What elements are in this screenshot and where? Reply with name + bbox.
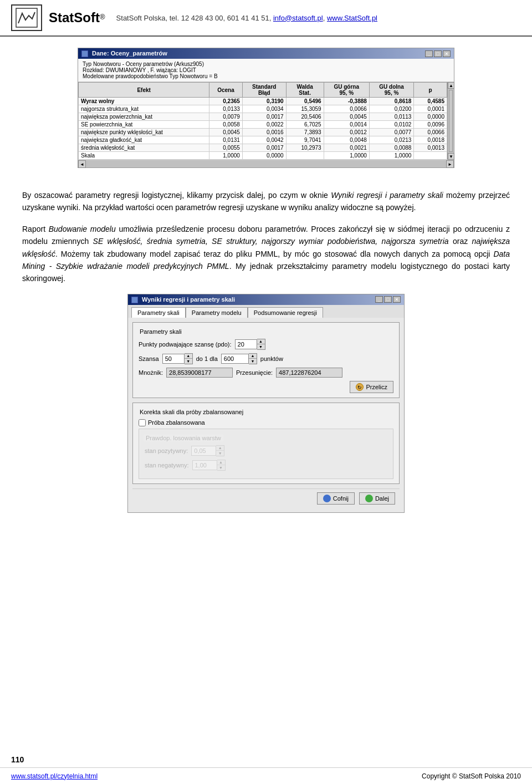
szansa-spin-arrows[interactable]: ▲ ▼ — [185, 353, 193, 364]
szansa-input[interactable] — [162, 354, 185, 364]
mnoznik-row: Mnożnik: 28,8539008177 Przesunięcie: 487… — [139, 368, 393, 378]
do1dla-input[interactable] — [221, 354, 249, 364]
row3-walda: 20,5406 — [286, 113, 324, 121]
dialog1-title-icon: Dane: Oceny_parametrów — [81, 50, 167, 57]
footer-link[interactable]: www.statsoft.pl/czytelnia.html — [11, 772, 98, 780]
row-wyraz-wolny-ocena: 0,2365 — [209, 98, 243, 105]
dialog1-info-line1: Typ Nowotworu - Oceny parametrów (Arkusz… — [83, 61, 449, 67]
row4-gu-gorna: 0,0014 — [324, 121, 369, 129]
dialog1-info-line2: Rozkład: DWUMIANOWY , F. wiążąca: LOGIT — [83, 67, 449, 73]
logo-area: StatSoft® — [11, 4, 105, 31]
hscroll-left-btn[interactable]: ◄ — [78, 160, 86, 168]
punkty-spin[interactable]: ▲ ▼ — [235, 339, 265, 350]
tab-parametry-modelu[interactable]: Parametry modelu — [186, 307, 248, 318]
row5-gu-gorna: 0,0012 — [324, 129, 369, 136]
dialog2-win-controls: _ □ × — [375, 296, 401, 303]
row7-label: średnia wklęsłość_kat — [79, 144, 209, 152]
dialog1-maximize-btn[interactable]: □ — [434, 50, 442, 57]
punkty-spin-arrows[interactable]: ▲ ▼ — [257, 339, 265, 350]
col-efekt: Efekt — [79, 83, 209, 98]
row3-p: 0,0000 — [414, 113, 447, 121]
scroll-thumb[interactable] — [449, 90, 453, 152]
punkty-input[interactable] — [235, 339, 257, 349]
dialog2-titlebar: Wyniki regresji i parametry skali _ □ × — [128, 294, 404, 305]
row-wyraz-wolny-std: 0,3190 — [242, 98, 286, 105]
dialog1-data-table: Efekt Ocena StandardBłąd WaldaStat. GU g… — [78, 82, 447, 160]
stan-pozytywny-up: ▲ — [216, 446, 224, 451]
przelicz-button[interactable]: ↻ Przelicz — [350, 381, 393, 393]
dialog2-title-content: Wyniki regresji i parametry skali — [131, 296, 235, 303]
dialog1-close-btn[interactable]: × — [443, 50, 451, 57]
stan-pozytywny-row: stan pozytywny: ▲ ▼ — [145, 445, 387, 456]
email-link[interactable]: info@statsoft.pl — [273, 14, 323, 22]
row-wyraz-wolny-gu-dolna: 0,8618 — [369, 98, 414, 105]
row6-label: największa gładkość_kat — [79, 136, 209, 144]
page-number: 110 — [11, 755, 24, 764]
do1dla-label: do 1 dla — [196, 355, 218, 362]
website-link[interactable]: www.StatSoft.pl — [327, 14, 377, 22]
cofnij-button[interactable]: Cofnij — [317, 492, 355, 505]
do1dla-spin-up[interactable]: ▲ — [249, 354, 257, 359]
group-parametry-skali-title: Parametry skali — [137, 328, 184, 335]
sub-group-prawdop-title: Prawdop. losowania warstw — [144, 435, 223, 441]
contact-text: StatSoft Polska, tel. 12 428 43 00, 601 … — [116, 14, 272, 22]
dialog1-minimize-btn[interactable]: _ — [425, 50, 433, 57]
group-korekta: Korekta skali dla próby zbalansowanej Pr… — [132, 403, 400, 484]
para2-text: Raport Budowanie modelu umożliwia prześl… — [22, 225, 510, 283]
col-p: p — [414, 83, 447, 98]
table-row: Skala 1,0000 0,0000 1,0000 1,0000 — [79, 152, 447, 160]
dialog2-screenshot: Wyniki regresji i parametry skali _ □ × … — [127, 294, 405, 513]
row8-gu-dolna: 1,0000 — [369, 152, 414, 160]
table-row: największa gładkość_kat 0,0131 0,0042 9,… — [79, 136, 447, 144]
punkty-spin-up[interactable]: ▲ — [257, 339, 265, 344]
proba-zbalansowana-checkbox[interactable] — [139, 419, 146, 426]
row3-gu-gorna: 0,0045 — [324, 113, 369, 121]
dialog2-maximize-btn[interactable]: □ — [384, 296, 392, 303]
przesuniecie-label: Przesunięcie: — [236, 369, 273, 376]
szansa-label: Szansa — [139, 355, 159, 362]
stan-negatywny-up: ▲ — [217, 460, 225, 465]
dalej-button[interactable]: Dalej — [359, 492, 395, 505]
dalej-icon — [365, 495, 373, 502]
tab-podsumowanie-regresji[interactable]: Podsumowanie regresji — [248, 307, 323, 318]
do1dla-spin-arrows[interactable]: ▲ ▼ — [249, 353, 257, 364]
body-paragraph2: Raport Budowanie modelu umożliwia prześl… — [22, 223, 510, 285]
punktow-label: punktów — [260, 355, 283, 362]
row2-p: 0,0001 — [414, 105, 447, 113]
table-row: najgorsza struktura_kat 0,0133 0,0034 15… — [79, 105, 447, 113]
brand-registered: ® — [100, 13, 105, 21]
do1dla-spin-down[interactable]: ▼ — [249, 359, 257, 364]
tab-parametry-skali[interactable]: Parametry skali — [131, 307, 186, 318]
szansa-spin-down[interactable]: ▼ — [185, 359, 192, 364]
row4-label: SE powierzchnia_kat — [79, 121, 209, 129]
col-gu-dolna: GU dolna95, % — [369, 83, 414, 98]
proba-zbalansowana-row: Próba zbalansowana — [139, 419, 393, 426]
scroll-down-btn[interactable]: ▼ — [448, 153, 454, 160]
row3-ocena: 0,0079 — [209, 113, 243, 121]
stan-negatywny-spin: ▲ ▼ — [192, 460, 226, 471]
scroll-up-btn[interactable]: ▲ — [448, 82, 454, 89]
hscroll-right-btn[interactable]: ► — [446, 160, 454, 168]
body-paragraph1: By oszacować parametry regresji logistyc… — [22, 189, 510, 214]
dialog1-info-line3: Modelowane prawdopodobieństwo Typ Nowotw… — [83, 73, 449, 79]
punkty-spin-down[interactable]: ▼ — [257, 344, 265, 349]
szansa-row: Szansa ▲ ▼ do 1 dla — [139, 353, 393, 364]
do1dla-spin[interactable]: ▲ ▼ — [221, 353, 257, 364]
szansa-spin-up[interactable]: ▲ — [185, 354, 192, 359]
row-wyraz-wolny-walda: 0,5496 — [286, 98, 324, 105]
footer-copyright: Copyright © StatSoft Polska 2010 — [422, 772, 521, 780]
comma: , — [323, 14, 325, 22]
table-row: Wyraz wolny 0,2365 0,3190 0,5496 -0,3888… — [79, 98, 447, 105]
mnoznik-label: Mnożnik: — [139, 369, 163, 376]
dialog2-minimize-btn[interactable]: _ — [375, 296, 383, 303]
row-wyraz-wolny-label: Wyraz wolny — [79, 98, 209, 105]
dialog1-scrollbar[interactable]: ▲ ▼ — [447, 82, 454, 160]
dialog2-close-btn[interactable]: × — [393, 296, 401, 303]
stan-pozytywny-label: stan pozytywny: — [145, 447, 188, 454]
dialog2-buttons: Cofnij Dalej — [132, 488, 400, 508]
dialog1-hscrollbar[interactable]: ◄ ► — [78, 160, 454, 167]
table-row: średnia wklęsłość_kat 0,0055 0,0017 10,2… — [79, 144, 447, 152]
szansa-spin[interactable]: ▲ ▼ — [162, 353, 193, 364]
table-header-row: Efekt Ocena StandardBłąd WaldaStat. GU g… — [79, 83, 447, 98]
dialog1-info: Typ Nowotworu - Oceny parametrów (Arkusz… — [78, 59, 454, 82]
